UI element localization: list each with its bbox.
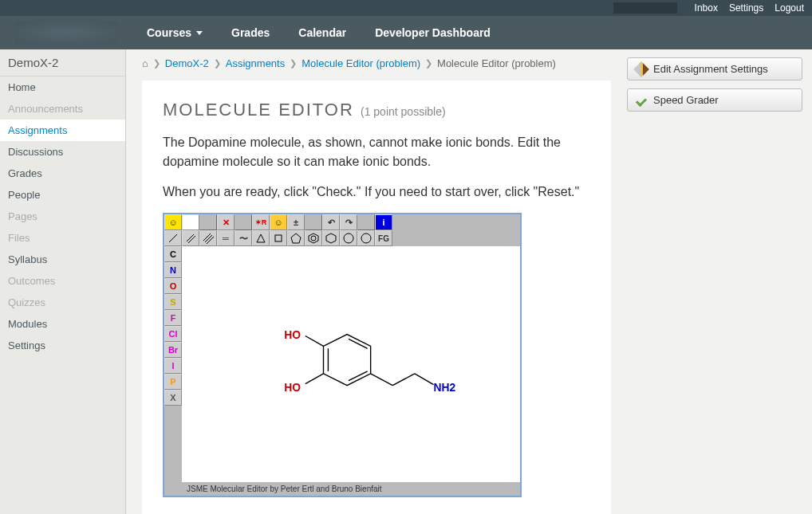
tool-clear[interactable]	[182, 214, 199, 230]
sidebar-item-people[interactable]: People	[0, 184, 125, 206]
tool-charge[interactable]: ±	[287, 214, 305, 230]
tool-triple-bond[interactable]	[199, 230, 217, 246]
svg-line-3	[203, 233, 211, 241]
svg-line-16	[349, 339, 368, 348]
course-title: DemoX-2	[0, 49, 125, 77]
assignment-panel: Molecule Editor (1 point possible) The D…	[142, 80, 611, 514]
sidebar-item-grades[interactable]: Grades	[0, 163, 125, 184]
sidebar-item-assignments[interactable]: Assignments	[0, 120, 125, 141]
tool-equal-bond[interactable]: ═	[217, 230, 235, 246]
sidebar-item-modules[interactable]: Modules	[0, 313, 125, 335]
svg-rect-7	[275, 235, 282, 241]
atom-s[interactable]: S	[164, 294, 182, 310]
tool-ring4[interactable]	[270, 230, 287, 246]
inbox-link[interactable]: Inbox	[695, 2, 718, 14]
tool-single-bond[interactable]	[164, 230, 182, 246]
nav-calendar[interactable]: Calendar	[298, 26, 346, 39]
label-nh2: NH2	[434, 382, 456, 394]
sidebar-item-pages[interactable]: Pages	[0, 206, 125, 227]
svg-line-17	[349, 371, 368, 381]
logout-link[interactable]: Logout	[775, 2, 804, 14]
tool-xr[interactable]: ✶R	[252, 214, 270, 230]
tool-benzene[interactable]	[305, 230, 322, 246]
crumb-assignments[interactable]: Assignments	[226, 57, 285, 69]
label-ho2: HO	[284, 382, 301, 394]
svg-point-13	[361, 233, 371, 243]
svg-line-19	[305, 374, 324, 384]
svg-line-18	[305, 336, 324, 347]
tool-fg[interactable]: FG	[375, 230, 392, 246]
tool-ring5[interactable]	[287, 230, 305, 246]
speed-grader-button[interactable]: Speed Grader	[627, 88, 802, 112]
sidebar-item-announcements[interactable]: Announcements	[0, 98, 125, 120]
atom-n[interactable]: N	[164, 262, 182, 278]
sidebar-item-outcomes[interactable]: Outcomes	[0, 270, 125, 292]
sidebar-item-settings[interactable]: Settings	[0, 335, 125, 356]
atom-br[interactable]: Br	[164, 342, 182, 358]
edit-assignment-settings-button[interactable]: Edit Assignment Settings	[627, 57, 802, 80]
home-icon[interactable]: ⌂	[142, 57, 148, 69]
logo[interactable]	[14, 22, 118, 44]
tool-delete-icon[interactable]: ✕	[217, 214, 235, 230]
svg-line-5	[207, 237, 214, 244]
svg-marker-9	[309, 233, 318, 243]
nav-developer-dashboard[interactable]: Developer Dashboard	[375, 26, 491, 39]
svg-line-4	[205, 235, 212, 242]
sidebar-item-quizzes[interactable]: Quizzes	[0, 292, 125, 313]
atom-c[interactable]: C	[164, 246, 182, 262]
atom-o[interactable]: O	[164, 278, 182, 294]
tool-smiley-icon[interactable]: ☺	[164, 214, 182, 230]
sidebar-item-discussions[interactable]: Discussions	[0, 141, 125, 163]
svg-line-1	[187, 234, 194, 241]
description-1: The Dopamine molecule, as shown, cannot …	[163, 133, 590, 171]
chevron-down-icon	[196, 31, 203, 35]
svg-marker-8	[291, 233, 301, 243]
svg-line-22	[415, 374, 434, 385]
atom-cl[interactable]: Cl	[164, 326, 182, 342]
molecule-editor[interactable]: ☺ ✕ ✶R ☺ ± ↶ ↷ i	[163, 213, 522, 497]
pencil-icon	[633, 61, 649, 77]
sidebar-item-files[interactable]: Files	[0, 227, 125, 249]
tool-ring8[interactable]	[357, 230, 375, 246]
tool-wavy-bond[interactable]: 〜	[235, 230, 252, 246]
svg-line-0	[169, 234, 177, 242]
right-column: Edit Assignment Settings Speed Grader	[627, 49, 812, 514]
tool-double-bond[interactable]	[182, 230, 199, 246]
svg-marker-14	[323, 335, 370, 386]
svg-point-12	[344, 233, 353, 243]
description-2: When you are ready, click "Check." If yo…	[163, 182, 590, 202]
user-slot	[613, 2, 677, 14]
crumb-assignment[interactable]: Molecule Editor (problem)	[302, 57, 420, 69]
svg-point-10	[311, 236, 316, 241]
molecule-canvas[interactable]: HO HO NH2	[182, 246, 520, 482]
tool-redo-icon[interactable]: ↷	[340, 214, 357, 230]
check-icon	[636, 95, 647, 106]
tool-smiley2-icon[interactable]: ☺	[270, 214, 287, 230]
nav-courses[interactable]: Courses	[147, 26, 203, 39]
svg-line-21	[392, 374, 415, 386]
tool-ring3[interactable]	[252, 230, 270, 246]
sidebar-item-syllabus[interactable]: Syllabus	[0, 249, 125, 270]
svg-line-20	[371, 374, 393, 386]
breadcrumb: ⌂ ❯ DemoX-2 ❯ Assignments ❯ Molecule Edi…	[142, 57, 611, 69]
settings-link[interactable]: Settings	[729, 2, 763, 14]
atom-i[interactable]: I	[164, 358, 182, 374]
editor-credit: JSME Molecular Editor by Peter Ertl and …	[164, 482, 520, 496]
tool-ring7[interactable]	[340, 230, 357, 246]
svg-line-2	[188, 236, 195, 243]
svg-marker-11	[326, 233, 336, 243]
label-ho1: HO	[284, 329, 301, 341]
svg-marker-6	[257, 234, 265, 242]
atom-x[interactable]: X	[164, 390, 182, 406]
atom-f[interactable]: F	[164, 310, 182, 326]
tool-ring6[interactable]	[322, 230, 340, 246]
tool-undo-icon[interactable]: ↶	[322, 214, 340, 230]
tool-info-icon[interactable]: i	[375, 214, 392, 230]
page-title: Molecule Editor (1 point possible)	[163, 100, 590, 120]
crumb-course[interactable]: DemoX-2	[165, 57, 209, 69]
sidebar-item-home[interactable]: Home	[0, 77, 125, 98]
sidebar: DemoX-2 Home Announcements Assignments D…	[0, 49, 126, 514]
crumb-current: Molecule Editor (problem)	[437, 57, 556, 69]
atom-p[interactable]: P	[164, 374, 182, 390]
nav-grades[interactable]: Grades	[231, 26, 270, 39]
